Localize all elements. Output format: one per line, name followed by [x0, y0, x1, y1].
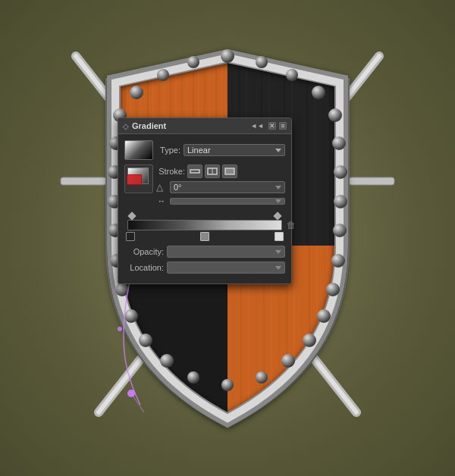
stroke-icon-2[interactable]	[205, 164, 220, 178]
location-arrow-icon	[275, 266, 281, 270]
gradient-top-markers	[124, 213, 285, 219]
svg-point-29	[157, 69, 169, 81]
location-row: Location:	[124, 261, 285, 274]
menu-button[interactable]: ≡	[279, 122, 287, 130]
stroke-controls: Stroke:	[156, 164, 285, 208]
svg-point-49	[139, 334, 152, 347]
angle-row: △ 0°	[156, 181, 285, 193]
scale-icon: ↔	[156, 196, 167, 205]
svg-point-51	[160, 354, 174, 368]
svg-point-26	[221, 49, 234, 63]
panel-title: Gradient	[132, 121, 166, 130]
gradient-icon: ◇	[123, 122, 129, 130]
svg-point-57	[118, 327, 122, 331]
stroke-label: Stroke:	[156, 167, 185, 176]
gradient-preview-swatch[interactable]	[124, 140, 153, 160]
collapse-btn[interactable]: ◄◄	[249, 122, 265, 130]
svg-rect-61	[190, 170, 199, 173]
svg-rect-64	[225, 168, 234, 174]
svg-point-52	[281, 354, 295, 368]
type-select[interactable]: Linear	[184, 144, 285, 156]
tool-icon-area	[124, 164, 153, 193]
svg-point-53	[187, 371, 199, 384]
trash-icon[interactable]: 🗑	[287, 220, 297, 230]
scale-arrow-icon	[275, 199, 281, 203]
type-row: Type: Linear	[124, 140, 285, 160]
svg-point-46	[326, 283, 340, 296]
stop-handle-right[interactable]	[275, 232, 284, 241]
svg-point-28	[256, 56, 268, 68]
angle-triangle-icon: △	[156, 182, 167, 193]
svg-point-31	[130, 86, 143, 99]
stop-handle-left[interactable]	[126, 232, 135, 241]
angle-value: 0°	[174, 183, 182, 192]
opacity-label: Opacity:	[124, 247, 164, 256]
svg-point-54	[256, 371, 268, 384]
scale-row: ↔	[156, 196, 285, 205]
gradient-bar[interactable]	[127, 220, 282, 230]
svg-point-32	[312, 86, 325, 99]
angle-arrow-icon	[275, 186, 281, 189]
opacity-arrow-icon	[275, 250, 281, 254]
panel-header: ◇ Gradient ◄◄ ✕ ≡	[118, 118, 291, 134]
svg-point-47	[124, 309, 138, 323]
gradient-bar-section: 🗑	[124, 213, 285, 241]
gradient-stop-handles	[124, 230, 285, 241]
gradient-bar-wrapper: 🗑	[126, 220, 284, 230]
gradient-panel: ◇ Gradient ◄◄ ✕ ≡ Type: Linear	[118, 117, 292, 284]
stop-handle-mid[interactable]	[200, 232, 209, 241]
svg-point-36	[332, 136, 346, 150]
svg-point-55	[221, 379, 234, 391]
stroke-icon-3[interactable]	[222, 164, 237, 178]
svg-point-38	[334, 165, 347, 179]
scale-input[interactable]	[170, 198, 285, 205]
left-diamond-marker[interactable]	[127, 211, 136, 220]
svg-point-44	[331, 254, 345, 268]
svg-rect-5	[349, 177, 394, 185]
stroke-icons	[187, 164, 237, 178]
angle-input[interactable]: 0°	[170, 181, 285, 193]
svg-point-34	[328, 108, 342, 122]
panel-title-area: ◇ Gradient	[123, 121, 166, 130]
panel-body: Type: Linear Stroke:	[118, 134, 291, 283]
opacity-select[interactable]	[167, 246, 285, 258]
svg-point-48	[317, 309, 331, 323]
svg-point-27	[187, 56, 199, 68]
opacity-row: Opacity:	[124, 246, 285, 258]
location-select[interactable]	[167, 261, 285, 274]
red-square-icon	[127, 174, 142, 185]
close-button[interactable]: ✕	[268, 122, 276, 130]
stroke-icon-1[interactable]	[187, 164, 202, 178]
select-arrow-icon	[275, 149, 281, 152]
svg-point-50	[303, 334, 316, 347]
stroke-label-row: Stroke:	[156, 164, 285, 178]
svg-point-42	[333, 224, 347, 237]
svg-line-60	[131, 393, 144, 412]
type-value: Linear	[187, 146, 211, 155]
svg-rect-4	[61, 177, 106, 185]
type-label: Type:	[158, 146, 180, 155]
svg-point-30	[286, 69, 298, 81]
stroke-row: Stroke:	[124, 164, 285, 208]
svg-point-40	[334, 195, 347, 208]
right-diamond-marker[interactable]	[273, 211, 281, 220]
panel-controls: ◄◄ ✕ ≡	[249, 122, 287, 130]
location-label: Location:	[124, 263, 164, 272]
